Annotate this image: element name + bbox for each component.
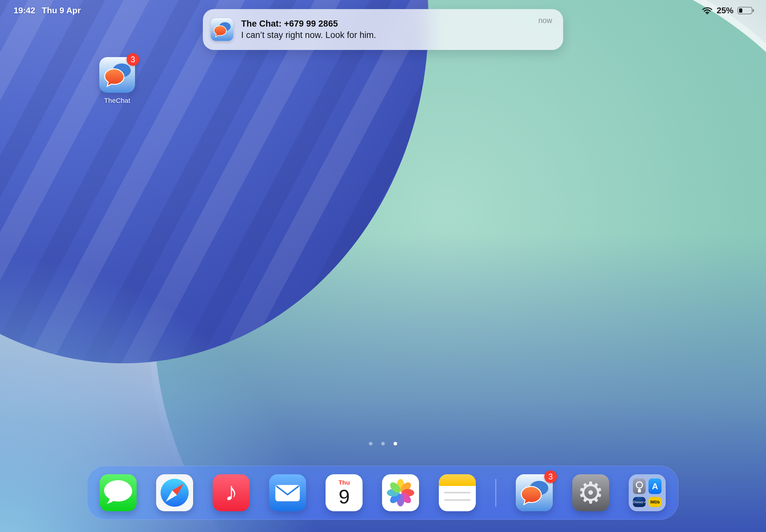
settings-gear-icon: ⚙ [572,474,609,511]
notes-icon [439,474,476,511]
podcasts-app-icon [633,478,646,494]
status-date: Thu 9 Apr [42,6,81,16]
dock-safari-app[interactable] [156,474,193,511]
thechat-app-icon [211,18,233,41]
dock-calendar-app[interactable]: Thu 9 [325,474,362,511]
notification-text: The Chat: +679 99 2865 I can’t stay righ… [241,18,376,41]
imdb-label: IMDb [651,500,660,504]
dock-thechat-app[interactable]: 3 [516,474,553,511]
notification-time: now [539,16,552,25]
battery-percent: 25% [717,6,734,16]
dock-photos-app[interactable] [382,474,419,511]
dock-mail-app[interactable] [269,474,306,511]
thechat-app-label: TheChat [91,97,143,104]
thechat-app-icon[interactable]: 3 [99,57,135,93]
dock-divider [495,479,496,507]
notes-yellow-strip [439,474,476,486]
notes-line [444,499,471,501]
status-right: 25% [702,6,752,16]
app-store-app-icon: A [649,478,662,494]
messages-icon [100,474,137,511]
page-dot-3-active[interactable] [394,442,397,445]
dock-notes-app[interactable] [439,474,476,511]
gear-glyph: ⚙ [578,478,604,508]
home-app-thechat[interactable]: 3 TheChat [99,57,135,93]
dock-settings-app[interactable]: ⚙ [572,474,609,511]
notification-title: The Chat: +679 99 2865 [241,18,376,30]
page-dots[interactable] [369,442,397,445]
music-note-icon: ♪ [213,474,249,511]
safari-compass-icon [156,474,193,511]
disney-plus-label: Disney+ [633,500,646,504]
folder-face: A Disney+ IMDb [629,474,666,511]
disney-plus-app-icon: Disney+ [633,497,646,507]
photos-flower-icon [382,474,419,511]
dock-messages-app[interactable] [100,474,137,511]
calendar-day: 9 [325,487,362,507]
notification-body: I can’t stay right now. Look for him. [241,30,376,41]
notification-banner[interactable]: The Chat: +679 99 2865 I can’t stay righ… [203,9,563,50]
dock-entertainment-folder[interactable]: A Disney+ IMDb [629,474,666,511]
battery-nub [753,9,754,12]
page-dot-2[interactable] [381,442,385,445]
imdb-app-icon: IMDb [649,497,662,507]
wifi-icon [702,6,713,15]
thechat-notification-badge: 3 [127,53,139,66]
app-store-glyph: A [652,481,658,491]
battery-icon [737,7,752,14]
calendar-icon: Thu 9 [325,474,362,511]
battery-fill [739,8,742,13]
dock: ♪ Thu 9 [87,466,678,520]
status-time: 19:42 [14,6,35,16]
thechat-dock-badge: 3 [544,470,557,483]
dock-music-app[interactable]: ♪ [213,474,249,511]
mail-envelope-icon [269,474,306,511]
page-dot-1[interactable] [369,442,372,445]
music-note-glyph: ♪ [225,479,237,505]
status-left: 19:42 Thu 9 Apr [14,6,81,16]
notes-line [444,492,471,493]
